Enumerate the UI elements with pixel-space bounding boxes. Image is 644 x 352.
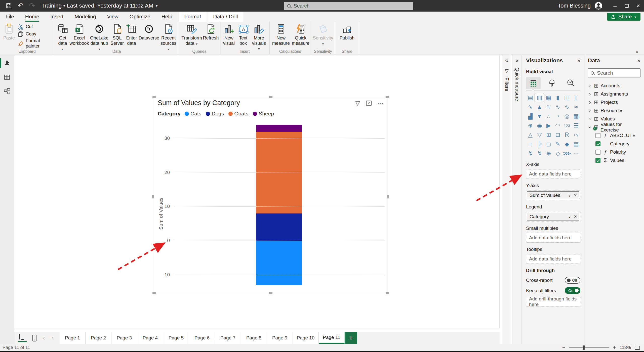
visual-type-key-influencers[interactable]: ≡ <box>526 140 535 148</box>
zoom-slider[interactable] <box>569 347 609 348</box>
quick-measure-pane-collapsed[interactable]: « Quick measure <box>512 55 522 344</box>
share-button[interactable]: Share ∨ <box>607 13 640 21</box>
new-page-button[interactable]: + <box>345 332 357 344</box>
resize-handle[interactable] <box>152 195 154 198</box>
remove-field-icon[interactable]: × <box>574 192 577 198</box>
more-visuals-button[interactable]: More visuals ∨ <box>250 23 268 52</box>
text-box-button[interactable]: A Text box <box>236 23 250 47</box>
publish-button[interactable]: Publish <box>337 23 357 41</box>
page-tab-page-2[interactable]: Page 2 <box>86 332 111 344</box>
get-data-button[interactable]: Get data ∨ <box>56 23 69 52</box>
format-visual-tab[interactable] <box>545 77 559 89</box>
new-visual-button[interactable]: New visual <box>221 23 236 47</box>
x-axis-field-well[interactable]: Add data fields here <box>526 169 580 179</box>
excel-workbook-button[interactable]: X Excel workbook <box>69 23 89 47</box>
zoom-in-button[interactable]: + <box>613 345 616 350</box>
tab-optimize[interactable]: Optimize <box>124 12 156 22</box>
visual-type-line-and-clustered-column-chart[interactable]: ∿ <box>562 103 571 111</box>
visual-type-map[interactable]: ⊕ <box>526 121 535 130</box>
legend-field-pill[interactable]: Category ∨ × <box>527 213 579 221</box>
table-view-button[interactable] <box>0 73 14 81</box>
visual-type-stacked-column-chart[interactable]: ▥ <box>535 93 544 102</box>
chevron-down-icon[interactable]: › <box>588 125 592 129</box>
visual-type-funnel-chart[interactable]: ▼ <box>535 112 544 120</box>
visual-type-scatter-chart[interactable]: ∴ <box>544 112 553 120</box>
sql-server-button[interactable]: SQL Server <box>109 23 125 47</box>
ribbon-collapse-chevron[interactable]: ∧ <box>635 49 638 54</box>
visual-type-filled-map[interactable]: ◉ <box>535 121 544 130</box>
build-visual-tab[interactable] <box>526 77 541 89</box>
visual-type-pie-chart[interactable]: ◔ <box>553 112 562 120</box>
format-painter-button[interactable]: Format painter <box>18 38 53 49</box>
data-table-resources[interactable]: › ⊞ Resources <box>588 106 640 115</box>
visual-type-python-visual[interactable]: Py <box>572 130 580 139</box>
visual-type-arcgis-map[interactable]: ⊕ <box>544 149 553 158</box>
chevron-right-icon[interactable]: › <box>588 83 592 88</box>
mobile-layout-button[interactable] <box>32 335 36 341</box>
cut-button[interactable]: Cut <box>18 24 53 30</box>
tooltips-field-well[interactable]: Add data fields here <box>526 254 580 264</box>
filters-pane-collapsed[interactable]: « ▽ Filters <box>502 55 511 344</box>
visual-type-clustered-column-chart[interactable]: ▮ <box>553 93 562 102</box>
report-canvas[interactable]: ▽ ↗ ⋯ Sum of Values by Category Category… <box>14 55 500 328</box>
fit-to-page-icon[interactable] <box>635 346 640 350</box>
visual-type-table[interactable]: ⊞ <box>544 130 553 139</box>
visual-type-treemap[interactable]: ▦ <box>572 112 580 120</box>
desktop-layout-button[interactable] <box>19 335 26 341</box>
avatar[interactable] <box>595 2 602 10</box>
user-name[interactable]: Tom Blessing <box>558 3 591 9</box>
chevron-right-icon[interactable]: › <box>588 108 592 113</box>
onelake-data-hub-button[interactable]: OneLake data hub ∨ <box>89 23 109 52</box>
tab-data-drill[interactable]: Data / Drill <box>208 12 243 22</box>
visual-type-smart-narrative[interactable]: ✎ <box>553 140 562 148</box>
data-table-accounts[interactable]: › ⊞ Accounts <box>588 81 640 90</box>
field-checkbox[interactable] <box>595 133 600 138</box>
visual-type-card[interactable]: 123 <box>562 121 571 130</box>
visual-type-line-chart[interactable]: ∿ <box>526 103 535 111</box>
chevron-down-icon[interactable]: ∨ <box>568 215 571 219</box>
visual-type-100-stacked-bar-chart[interactable]: ◫ <box>562 93 571 102</box>
field-checkbox[interactable] <box>595 150 600 155</box>
page-tab-page-9[interactable]: Page 9 <box>267 332 293 344</box>
field-absolute[interactable]: ƒ ABSOLUTE <box>588 131 640 140</box>
transform-data-button[interactable]: Transform data ∨ <box>181 23 203 47</box>
visual-type-multi-row-card[interactable]: ☰ <box>572 121 580 130</box>
data-search-input[interactable]: Search <box>588 68 640 77</box>
previous-page-icon[interactable]: ‹ <box>43 334 45 341</box>
visual-type-stacked-bar-chart[interactable]: ▤ <box>526 93 535 102</box>
visual-type-get-more-visuals[interactable]: ⋯ <box>572 149 580 158</box>
page-tab-page-1[interactable]: Page 1 <box>60 332 86 344</box>
resize-handle[interactable] <box>387 195 389 198</box>
paste-button[interactable]: Paste <box>2 23 17 41</box>
new-measure-button[interactable]: New measure <box>271 23 291 47</box>
undo-button[interactable]: ↶ <box>18 3 23 9</box>
bar-segment-sheep[interactable] <box>256 125 302 131</box>
document-title-dropdown-icon[interactable]: ▾ <box>156 4 157 8</box>
y-axis-field-pill[interactable]: Sum of Values ∨ × <box>527 191 579 199</box>
chevron-right-icon[interactable]: › <box>588 92 592 96</box>
visual-type-ribbon-chart[interactable]: ≈ <box>572 103 580 111</box>
visual-type-line-and-stacked-column-chart[interactable]: ∿ <box>553 103 562 111</box>
data-table-projects[interactable]: › ⊞ Projects <box>588 98 640 106</box>
visual-type-matrix[interactable]: ⊟ <box>553 130 562 139</box>
zoom-slider-handle[interactable] <box>583 345 585 350</box>
visual-type-clustered-bar-chart[interactable]: ▦ <box>544 93 553 102</box>
visual-type-paginated-report[interactable]: ▤ <box>572 140 580 148</box>
field-values[interactable]: Σ Values <box>588 156 640 164</box>
data-table-values-for-exercise[interactable]: › ⊞✓ Values for Exercise <box>588 123 640 131</box>
stacked-column-chart-visual[interactable]: ▽ ↗ ⋯ Sum of Values by Category Category… <box>154 97 387 293</box>
tab-file[interactable]: File <box>0 12 20 22</box>
chevron-right-icon[interactable]: › <box>588 100 592 105</box>
visual-type-area-chart[interactable]: ▲ <box>535 103 544 111</box>
tab-view[interactable]: View <box>102 12 124 22</box>
visual-type-azure-map[interactable]: ▶ <box>544 121 553 130</box>
page-tab-page-8[interactable]: Page 8 <box>241 332 267 344</box>
page-tab-page-4[interactable]: Page 4 <box>137 332 163 344</box>
visual-type-stacked-area-chart[interactable]: ≋ <box>544 103 553 111</box>
drill-through-field-well[interactable]: Add drill-through fields here <box>526 297 580 306</box>
visual-type-power-apps[interactable]: ↯ <box>526 149 535 158</box>
tab-format[interactable]: Format <box>179 12 207 22</box>
visual-type-metrics[interactable]: ◆ <box>562 140 571 148</box>
visual-type-more-power-platform[interactable]: ⋙ <box>562 149 571 158</box>
page-tab-page-10[interactable]: Page 10 <box>293 332 319 344</box>
